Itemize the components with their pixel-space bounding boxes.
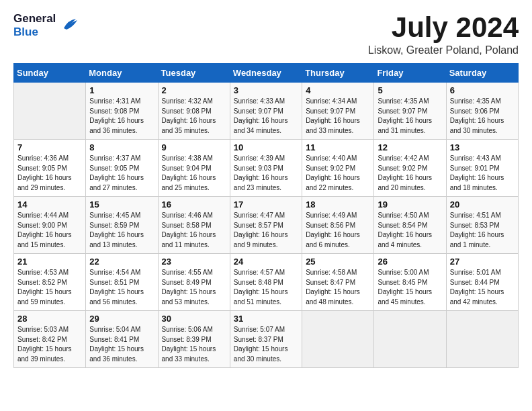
calendar-cell: 22Sunrise: 4:54 AMSunset: 8:51 PMDayligh… [86, 254, 158, 311]
calendar-cell: 27Sunrise: 5:01 AMSunset: 8:44 PMDayligh… [446, 254, 518, 311]
day-number: 8 [89, 142, 154, 152]
day-number: 13 [450, 142, 515, 152]
day-number: 4 [306, 85, 370, 95]
day-number: 17 [234, 199, 298, 210]
day-number: 27 [450, 257, 515, 267]
cell-info: Sunrise: 4:53 AMSunset: 8:52 PMDaylight:… [17, 268, 82, 307]
cell-info: Sunrise: 5:07 AMSunset: 8:37 PMDaylight:… [234, 325, 298, 364]
cell-info: Sunrise: 4:39 AMSunset: 9:03 PMDaylight:… [234, 154, 298, 193]
day-number: 5 [378, 85, 442, 95]
cell-info: Sunrise: 4:57 AMSunset: 8:48 PMDaylight:… [234, 268, 298, 307]
calendar-cell: 31Sunrise: 5:07 AMSunset: 8:37 PMDayligh… [230, 311, 302, 368]
day-number: 30 [162, 314, 226, 324]
col-header-thursday: Thursday [302, 64, 374, 83]
logo-bird-icon [58, 13, 80, 35]
calendar-cell: 6Sunrise: 4:35 AMSunset: 9:06 PMDaylight… [446, 83, 518, 140]
calendar-cell: 20Sunrise: 4:51 AMSunset: 8:53 PMDayligh… [446, 197, 518, 254]
calendar-cell: 26Sunrise: 5:00 AMSunset: 8:45 PMDayligh… [374, 254, 446, 311]
logo-general: General [13, 12, 56, 26]
calendar-cell: 14Sunrise: 4:44 AMSunset: 9:00 PMDayligh… [14, 197, 86, 254]
cell-info: Sunrise: 4:38 AMSunset: 9:04 PMDaylight:… [162, 154, 226, 193]
calendar-cell: 7Sunrise: 4:36 AMSunset: 9:05 PMDaylight… [14, 140, 86, 197]
month-title: July 2024 [368, 12, 519, 43]
cell-info: Sunrise: 5:06 AMSunset: 8:39 PMDaylight:… [162, 325, 226, 364]
page-header: General Blue July 2024 Liskow, Greater P… [13, 12, 519, 56]
day-number: 12 [378, 142, 442, 152]
calendar-cell [374, 311, 446, 368]
day-number: 14 [17, 199, 82, 210]
cell-info: Sunrise: 4:47 AMSunset: 8:57 PMDaylight:… [234, 211, 298, 250]
calendar-week-row: 1Sunrise: 4:31 AMSunset: 9:08 PMDaylight… [14, 83, 519, 140]
calendar-cell [14, 83, 86, 140]
day-number: 29 [89, 314, 154, 324]
col-header-wednesday: Wednesday [230, 64, 302, 83]
calendar-cell: 23Sunrise: 4:55 AMSunset: 8:49 PMDayligh… [158, 254, 230, 311]
day-number: 21 [17, 257, 82, 267]
day-number: 1 [89, 85, 154, 95]
cell-info: Sunrise: 4:55 AMSunset: 8:49 PMDaylight:… [162, 268, 226, 307]
calendar-cell: 12Sunrise: 4:42 AMSunset: 9:02 PMDayligh… [374, 140, 446, 197]
calendar-cell: 13Sunrise: 4:43 AMSunset: 9:01 PMDayligh… [446, 140, 518, 197]
cell-info: Sunrise: 4:51 AMSunset: 8:53 PMDaylight:… [450, 211, 515, 250]
day-number: 6 [450, 85, 515, 95]
calendar-week-row: 21Sunrise: 4:53 AMSunset: 8:52 PMDayligh… [14, 254, 519, 311]
cell-info: Sunrise: 4:35 AMSunset: 9:07 PMDaylight:… [378, 97, 442, 136]
calendar-cell: 28Sunrise: 5:03 AMSunset: 8:42 PMDayligh… [14, 311, 86, 368]
calendar-cell: 9Sunrise: 4:38 AMSunset: 9:04 PMDaylight… [158, 140, 230, 197]
cell-info: Sunrise: 5:00 AMSunset: 8:45 PMDaylight:… [378, 268, 442, 307]
col-header-friday: Friday [374, 64, 446, 83]
calendar-cell: 17Sunrise: 4:47 AMSunset: 8:57 PMDayligh… [230, 197, 302, 254]
logo: General Blue [13, 12, 80, 38]
calendar-cell: 2Sunrise: 4:32 AMSunset: 9:08 PMDaylight… [158, 83, 230, 140]
calendar-cell: 4Sunrise: 4:34 AMSunset: 9:07 PMDaylight… [302, 83, 374, 140]
day-number: 24 [234, 257, 298, 267]
cell-info: Sunrise: 4:31 AMSunset: 9:08 PMDaylight:… [89, 97, 154, 136]
calendar-cell: 18Sunrise: 4:49 AMSunset: 8:56 PMDayligh… [302, 197, 374, 254]
col-header-saturday: Saturday [446, 64, 518, 83]
cell-info: Sunrise: 4:40 AMSunset: 9:02 PMDaylight:… [306, 154, 370, 193]
day-number: 16 [162, 199, 226, 210]
day-number: 28 [17, 314, 82, 324]
cell-info: Sunrise: 4:49 AMSunset: 8:56 PMDaylight:… [306, 211, 370, 250]
day-number: 31 [234, 314, 298, 324]
cell-info: Sunrise: 4:33 AMSunset: 9:07 PMDaylight:… [234, 97, 298, 136]
cell-info: Sunrise: 4:36 AMSunset: 9:05 PMDaylight:… [17, 154, 82, 193]
day-number: 19 [378, 199, 442, 210]
col-header-monday: Monday [86, 64, 158, 83]
day-number: 23 [162, 257, 226, 267]
cell-info: Sunrise: 4:45 AMSunset: 8:59 PMDaylight:… [89, 211, 154, 250]
calendar-cell: 1Sunrise: 4:31 AMSunset: 9:08 PMDaylight… [86, 83, 158, 140]
day-number: 7 [17, 142, 82, 152]
cell-info: Sunrise: 4:35 AMSunset: 9:06 PMDaylight:… [450, 97, 515, 136]
calendar-cell: 25Sunrise: 4:58 AMSunset: 8:47 PMDayligh… [302, 254, 374, 311]
cell-info: Sunrise: 4:43 AMSunset: 9:01 PMDaylight:… [450, 154, 515, 193]
day-number: 26 [378, 257, 442, 267]
day-number: 15 [89, 199, 154, 210]
cell-info: Sunrise: 4:34 AMSunset: 9:07 PMDaylight:… [306, 97, 370, 136]
calendar-week-row: 28Sunrise: 5:03 AMSunset: 8:42 PMDayligh… [14, 311, 519, 368]
calendar-cell: 10Sunrise: 4:39 AMSunset: 9:03 PMDayligh… [230, 140, 302, 197]
day-number: 18 [306, 199, 370, 210]
calendar-cell: 19Sunrise: 4:50 AMSunset: 8:54 PMDayligh… [374, 197, 446, 254]
calendar-cell: 29Sunrise: 5:04 AMSunset: 8:41 PMDayligh… [86, 311, 158, 368]
day-number: 25 [306, 257, 370, 267]
calendar-cell: 8Sunrise: 4:37 AMSunset: 9:05 PMDaylight… [86, 140, 158, 197]
day-number: 22 [89, 257, 154, 267]
cell-info: Sunrise: 4:58 AMSunset: 8:47 PMDaylight:… [306, 268, 370, 307]
day-number: 20 [450, 199, 515, 210]
cell-info: Sunrise: 4:50 AMSunset: 8:54 PMDaylight:… [378, 211, 442, 250]
cell-info: Sunrise: 4:37 AMSunset: 9:05 PMDaylight:… [89, 154, 154, 193]
cell-info: Sunrise: 4:54 AMSunset: 8:51 PMDaylight:… [89, 268, 154, 307]
day-number: 9 [162, 142, 226, 152]
calendar-cell: 11Sunrise: 4:40 AMSunset: 9:02 PMDayligh… [302, 140, 374, 197]
logo-blue: Blue [13, 26, 38, 39]
calendar-week-row: 14Sunrise: 4:44 AMSunset: 9:00 PMDayligh… [14, 197, 519, 254]
cell-info: Sunrise: 5:03 AMSunset: 8:42 PMDaylight:… [17, 325, 82, 364]
cell-info: Sunrise: 5:04 AMSunset: 8:41 PMDaylight:… [89, 325, 154, 364]
cell-info: Sunrise: 4:46 AMSunset: 8:58 PMDaylight:… [162, 211, 226, 250]
day-number: 3 [234, 85, 298, 95]
calendar-cell: 30Sunrise: 5:06 AMSunset: 8:39 PMDayligh… [158, 311, 230, 368]
calendar-header-row: SundayMondayTuesdayWednesdayThursdayFrid… [14, 64, 519, 83]
calendar-cell: 16Sunrise: 4:46 AMSunset: 8:58 PMDayligh… [158, 197, 230, 254]
calendar-cell [446, 311, 518, 368]
